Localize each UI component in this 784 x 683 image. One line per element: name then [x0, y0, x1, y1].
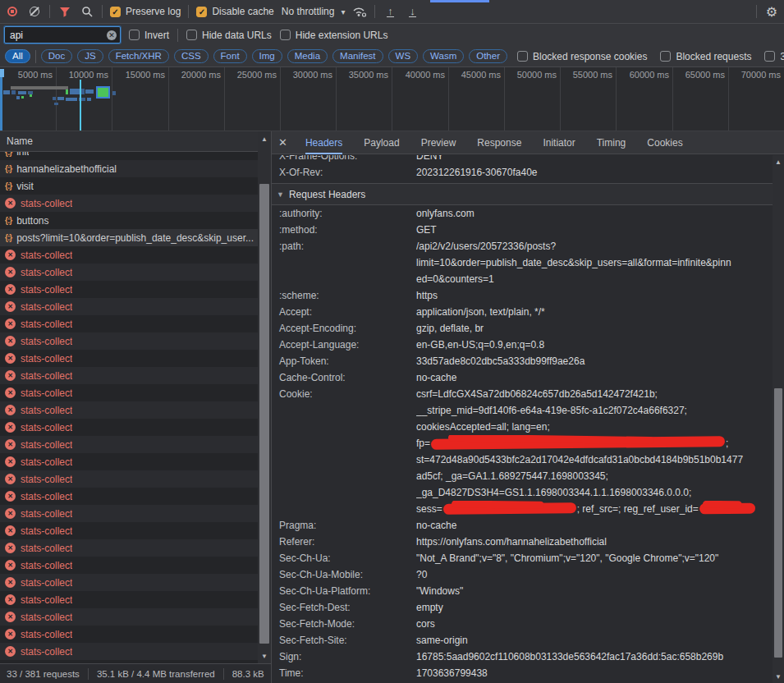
header-row: Sec-Ch-Ua-Mobile:?0: [272, 566, 773, 583]
request-row-stats-collect[interactable]: ✕stats-collect: [0, 281, 271, 298]
tab-headers[interactable]: Headers: [305, 131, 342, 154]
tab-payload[interactable]: Payload: [364, 131, 399, 154]
import-har-icon[interactable]: ↑: [383, 4, 397, 19]
hide-data-urls-checkbox[interactable]: [186, 30, 197, 40]
request-row-stats-collect[interactable]: ✕stats-collect: [0, 436, 271, 453]
network-overview-timeline[interactable]: 5000 ms10000 ms15000 ms20000 ms25000 ms3…: [0, 67, 784, 131]
type-filter-ws[interactable]: WS: [388, 49, 419, 63]
header-row: Sec-Ch-Ua:"Not_A Brand";v="8", "Chromium…: [272, 550, 773, 566]
scroll-down-icon[interactable]: ▼: [258, 653, 271, 660]
request-row-stats-collect[interactable]: ✕stats-collect: [0, 332, 271, 350]
request-row-stats-collect[interactable]: ✕stats-collect: [0, 488, 271, 505]
request-row-stats-collect[interactable]: ✕stats-collect: [0, 298, 271, 315]
filter-input[interactable]: api ✕: [4, 26, 121, 44]
request-row-stats-collect[interactable]: ✕stats-collect: [0, 470, 271, 488]
tab-cookies[interactable]: Cookies: [647, 131, 682, 154]
record-network-log-button[interactable]: [5, 4, 20, 19]
header-value: https: [416, 287, 773, 304]
tab-response[interactable]: Response: [477, 131, 521, 154]
timeline-playhead-marker[interactable]: [80, 80, 81, 131]
request-row-stats-collect[interactable]: ✕stats-collect: [0, 591, 271, 608]
type-filter-wasm[interactable]: Wasm: [423, 49, 464, 63]
request-row-stats-collect[interactable]: ✕stats-collect: [0, 643, 271, 660]
error-request-icon: ✕: [5, 250, 16, 260]
invert-checkbox[interactable]: [129, 30, 140, 40]
request-row-stats-collect[interactable]: ✕stats-collect: [0, 522, 271, 539]
export-har-icon[interactable]: ↓: [405, 4, 420, 19]
request-row-stats-collect[interactable]: ✕stats-collect: [0, 246, 271, 264]
network-conditions-icon[interactable]: [352, 4, 367, 19]
throttling-dropdown[interactable]: No throttling ▾: [282, 6, 346, 17]
type-filter-media[interactable]: Media: [287, 49, 328, 63]
type-filter-manifest[interactable]: Manifest: [332, 49, 383, 63]
request-row-stats-collect[interactable]: ✕stats-collect: [0, 574, 271, 591]
disable-cache-toggle[interactable]: ✓ Disable cache: [196, 6, 273, 17]
request-row-visit[interactable]: {:}visit: [0, 177, 271, 195]
request-row-hannahelizabethofficial[interactable]: {:}hannahelizabethofficial: [0, 160, 271, 177]
request-row-stats-collect[interactable]: ✕stats-collect: [0, 350, 271, 367]
checkbox[interactable]: [764, 51, 775, 62]
request-row-posts[interactable]: {:}posts?limit=10&order=publish_date_des…: [0, 229, 271, 246]
type-filter-img[interactable]: Img: [252, 49, 282, 63]
waterfall-bar: [81, 89, 85, 94]
header-row: Accept-Encoding:gzip, deflate, br: [272, 320, 773, 337]
request-row-buttons[interactable]: {:}buttons: [0, 212, 271, 229]
type-filter-font[interactable]: Font: [213, 49, 247, 63]
disable-cache-checkbox[interactable]: ✓: [196, 7, 207, 17]
clear-filter-icon[interactable]: ✕: [107, 30, 117, 40]
json-request-icon: {:}: [5, 152, 11, 157]
hide-extension-urls-checkbox[interactable]: [280, 30, 291, 40]
hide-extension-urls-toggle[interactable]: Hide extension URLs: [280, 30, 388, 41]
search-icon[interactable]: [80, 4, 94, 19]
clear-network-log-button[interactable]: [27, 4, 42, 19]
request-row-stats-collect[interactable]: ✕stats-collect: [0, 195, 271, 212]
request-row-init[interactable]: {:}init: [0, 152, 271, 160]
hide-data-urls-toggle[interactable]: Hide data URLs: [186, 30, 272, 41]
3rd-party-requests-toggle[interactable]: 3rd-party requests: [764, 51, 784, 62]
scroll-up-icon[interactable]: ▲: [773, 158, 784, 166]
request-row-stats-collect[interactable]: ✕stats-collect: [0, 505, 271, 522]
tab-timing[interactable]: Timing: [597, 131, 626, 154]
preserve-log-toggle[interactable]: ✓ Preserve log: [110, 6, 181, 17]
checkbox[interactable]: [517, 51, 528, 62]
request-row-stats-collect[interactable]: ✕stats-collect: [0, 453, 271, 470]
type-filter-other[interactable]: Other: [469, 49, 507, 63]
request-row-stats-collect[interactable]: ✕stats-collect: [0, 557, 271, 574]
details-scrollbar[interactable]: ▲ ▼: [773, 155, 784, 683]
checkbox[interactable]: [660, 51, 671, 62]
request-headers-section-header[interactable]: ▼ Request Headers: [272, 184, 773, 205]
tab-initiator[interactable]: Initiator: [543, 131, 575, 154]
type-filter-css[interactable]: CSS: [174, 49, 209, 63]
type-filter-doc[interactable]: Doc: [41, 49, 72, 63]
tab-preview[interactable]: Preview: [421, 131, 456, 154]
request-row-stats-collect[interactable]: ✕stats-collect: [0, 367, 271, 384]
request-row-stats-collect[interactable]: ✕stats-collect: [0, 264, 271, 281]
scrollbar-thumb[interactable]: [774, 388, 782, 658]
scroll-down-icon[interactable]: ▼: [773, 673, 784, 681]
request-row-stats-collect[interactable]: ✕stats-collect: [0, 626, 271, 643]
blocked-response-cookies-toggle[interactable]: Blocked response cookies: [517, 51, 647, 62]
type-filter-js[interactable]: JS: [77, 49, 103, 63]
close-icon[interactable]: ✕: [278, 136, 287, 149]
request-row-stats-collect[interactable]: ✕stats-collect: [0, 419, 271, 436]
invert-filter-toggle[interactable]: Invert: [129, 30, 169, 41]
preserve-log-checkbox[interactable]: ✓: [110, 7, 121, 17]
filter-icon[interactable]: [57, 4, 72, 19]
type-filter-all[interactable]: All: [5, 49, 30, 63]
scroll-up-icon[interactable]: ▲: [258, 135, 271, 143]
collapse-triangle-icon[interactable]: ▼: [277, 190, 284, 199]
request-row-stats-collect[interactable]: ✕stats-collect: [0, 539, 271, 557]
request-row-stats-collect[interactable]: ✕stats-collect: [0, 608, 271, 626]
name-column-header[interactable]: Name: [0, 131, 271, 152]
header-key: Sign:: [272, 649, 416, 665]
request-row-stats-collect[interactable]: ✕stats-collect: [0, 384, 271, 401]
settings-gear-icon[interactable]: ⚙: [764, 4, 779, 19]
error-request-icon: ✕: [5, 267, 16, 277]
request-list-scrollbar[interactable]: ▲ ▼: [258, 131, 271, 663]
request-row-stats-collect[interactable]: ✕stats-collect: [0, 315, 271, 332]
request-row-stats-collect[interactable]: ✕stats-collect: [0, 401, 271, 419]
blocked-requests-toggle[interactable]: Blocked requests: [660, 51, 751, 62]
scrollbar-thumb[interactable]: [259, 184, 269, 644]
type-filter-fetch-xhr[interactable]: Fetch/XHR: [108, 49, 169, 63]
filter-input-value[interactable]: api: [10, 30, 103, 41]
